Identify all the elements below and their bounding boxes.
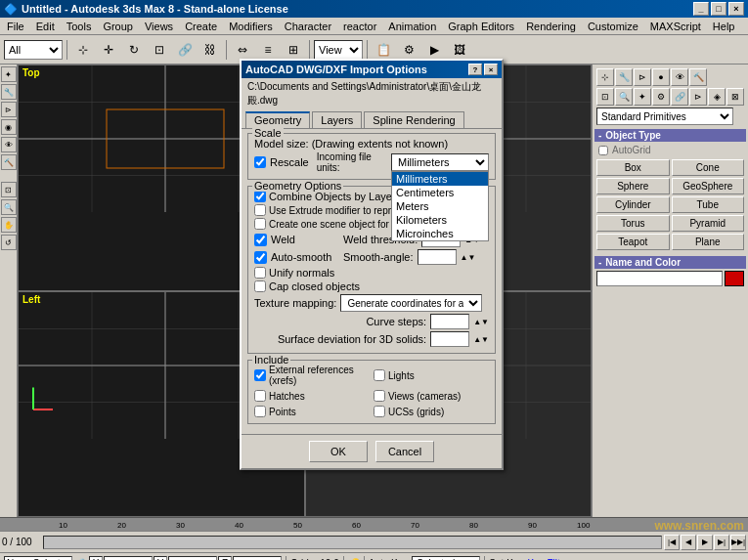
create-scene-cb[interactable] xyxy=(254,218,266,230)
model-size-label: Model size: (Drawing extents not known) xyxy=(254,138,448,150)
dialog-tabs: Geometry Layers Spline Rendering xyxy=(242,109,502,129)
curve-steps-input[interactable]: 10 xyxy=(430,314,469,329)
xrefs-row: External references (xrefs) xyxy=(254,365,370,386)
dialog-title: AutoCAD DWG/DXF Import Options xyxy=(245,64,427,75)
tab-spline-rendering[interactable]: Spline Rendering xyxy=(364,111,463,128)
smooth-spinner[interactable]: ▲▼ xyxy=(461,253,476,262)
auto-smooth-cb[interactable] xyxy=(254,251,267,264)
weld-cb[interactable] xyxy=(254,234,267,246)
include-group-label: Include xyxy=(252,354,290,366)
views-label: Views (cameras) xyxy=(388,391,461,402)
dialog-content: Scale Model size: (Drawing extents not k… xyxy=(242,129,502,434)
units-dropdown-list[interactable]: Millimeters Centimeters Meters Kilometer… xyxy=(391,171,489,241)
unit-option-km[interactable]: Kilometers xyxy=(392,213,488,227)
dialog-title-buttons: ? × xyxy=(468,64,498,75)
views-cb[interactable] xyxy=(374,390,385,402)
unit-option-m[interactable]: Meters xyxy=(392,199,488,213)
import-options-dialog: AutoCAD DWG/DXF Import Options ? × C:\Do… xyxy=(240,59,504,470)
model-size-row: Model size: (Drawing extents not known) xyxy=(254,138,489,150)
xrefs-cb[interactable] xyxy=(254,369,266,381)
texture-select[interactable]: Generate coordinates for all objects xyxy=(340,294,482,312)
weld-label: Weld xyxy=(271,234,339,245)
rescale-checkbox[interactable] xyxy=(254,156,266,168)
include-group: Include External references (xrefs) Ligh… xyxy=(247,360,496,424)
include-grid: External references (xrefs) Lights Hatch… xyxy=(254,365,489,419)
lights-cb[interactable] xyxy=(374,369,385,381)
dialog-footer: OK Cancel xyxy=(242,434,502,468)
geometry-group-label: Geometry Options xyxy=(252,180,343,192)
ok-button[interactable]: OK xyxy=(309,441,368,462)
texture-label: Texture mapping: xyxy=(254,297,336,309)
points-row: Points xyxy=(254,406,370,417)
auto-smooth-row: Auto-smooth Smooth-angle: 15.0 ▲▼ xyxy=(254,249,489,265)
dialog-overlay: AutoCAD DWG/DXF Import Options ? × C:\Do… xyxy=(0,0,748,560)
hatches-row: Hatches xyxy=(254,390,370,402)
points-label: Points xyxy=(269,407,296,417)
smooth-angle-label: Smooth-angle: xyxy=(343,251,414,263)
combine-objects-cb[interactable] xyxy=(254,191,266,202)
unit-option-mm[interactable]: Millimeters xyxy=(392,172,488,186)
smooth-angle-input[interactable]: 15.0 xyxy=(418,249,457,265)
ucs-row: UCSs (grids) xyxy=(374,406,489,417)
unit-option-microinches[interactable]: Microinches xyxy=(392,227,488,240)
views-row: Views (cameras) xyxy=(374,390,489,402)
ucs-cb[interactable] xyxy=(374,406,385,417)
ucs-label: UCSs (grids) xyxy=(388,407,444,417)
curve-steps-row: Curve steps: 10 ▲▼ xyxy=(254,314,489,329)
tab-geometry[interactable]: Geometry xyxy=(245,111,310,128)
lights-row: Lights xyxy=(374,365,489,386)
cap-closed-cb[interactable] xyxy=(254,280,266,292)
hatches-cb[interactable] xyxy=(254,390,266,402)
use-extrude-cb[interactable] xyxy=(254,204,266,216)
dialog-title-bar: AutoCAD DWG/DXF Import Options ? × xyxy=(242,61,502,78)
incoming-units-label: Incoming file units: xyxy=(317,151,387,173)
scale-group: Scale Model size: (Drawing extents not k… xyxy=(247,133,496,180)
cap-closed-row: Cap closed objects xyxy=(254,280,489,292)
surface-dev-row: Surface deviation for 3D solids: 25.4 ▲▼ xyxy=(254,331,489,347)
combine-objects-label: Combine Objects by Layer xyxy=(269,191,396,202)
surface-spinner[interactable]: ▲▼ xyxy=(473,335,489,344)
unify-normals-row: Unify normals xyxy=(254,267,489,279)
cap-closed-label: Cap closed objects xyxy=(269,280,360,292)
hatches-label: Hatches xyxy=(269,391,305,402)
surface-dev-input[interactable]: 25.4 xyxy=(430,331,469,347)
dialog-help-button[interactable]: ? xyxy=(468,64,482,75)
xrefs-label: External references (xrefs) xyxy=(269,365,370,386)
dialog-file-path: C:\Documents and Settings\Administrator\… xyxy=(242,78,502,109)
rescale-label: Rescale xyxy=(270,156,309,168)
dialog-close-button[interactable]: × xyxy=(484,64,498,75)
units-select[interactable]: Millimeters xyxy=(391,153,489,171)
lights-label: Lights xyxy=(388,370,415,381)
unit-option-cm[interactable]: Centimeters xyxy=(392,186,488,199)
cancel-button[interactable]: Cancel xyxy=(375,441,434,462)
tab-layers[interactable]: Layers xyxy=(312,111,362,128)
curve-spinner[interactable]: ▲▼ xyxy=(473,318,489,326)
scale-group-label: Scale xyxy=(252,127,284,139)
rescale-row: Rescale Incoming file units: Millimeters… xyxy=(254,151,489,173)
unify-normals-cb[interactable] xyxy=(254,267,266,279)
units-dropdown-container: Millimeters Millimeters Centimeters Mete… xyxy=(391,153,489,171)
texture-row: Texture mapping: Generate coordinates fo… xyxy=(254,294,489,312)
surface-dev-label: Surface deviation for 3D solids: xyxy=(278,333,426,345)
auto-smooth-label: Auto-smooth xyxy=(271,251,339,263)
curve-steps-label: Curve steps: xyxy=(366,316,426,327)
points-cb[interactable] xyxy=(254,406,266,417)
unify-normals-label: Unify normals xyxy=(269,267,334,279)
